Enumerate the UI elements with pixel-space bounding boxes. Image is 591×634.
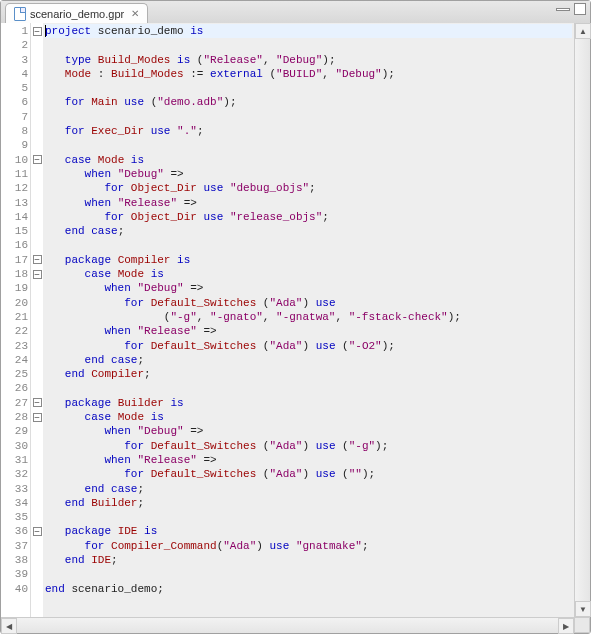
- minimize-icon[interactable]: [556, 8, 570, 11]
- code-line[interactable]: case Mode is: [45, 267, 572, 281]
- token-kw: is: [170, 397, 183, 409]
- code-line[interactable]: package Compiler is: [45, 253, 572, 267]
- code-line[interactable]: [45, 238, 572, 252]
- code-line[interactable]: type Build_Modes is ("Release", "Debug")…: [45, 53, 572, 67]
- token-plain: ,: [335, 311, 348, 323]
- code-line[interactable]: Mode : Build_Modes := external ("BUILD",…: [45, 67, 572, 81]
- code-line[interactable]: end scenario_demo;: [45, 582, 572, 596]
- token-plain: ;: [144, 368, 151, 380]
- code-line[interactable]: when "Release" =>: [45, 196, 572, 210]
- scroll-up-icon[interactable]: ▲: [575, 23, 591, 39]
- line-number: 28: [3, 410, 28, 424]
- code-line[interactable]: for Object_Dir use "debug_objs";: [45, 181, 572, 195]
- code-line[interactable]: [45, 567, 572, 581]
- fold-cell: [31, 95, 43, 109]
- code-line[interactable]: [45, 381, 572, 395]
- fold-toggle-icon[interactable]: −: [33, 398, 42, 407]
- fold-cell: [31, 324, 43, 338]
- code-line[interactable]: end Compiler;: [45, 367, 572, 381]
- tab-filename: scenario_demo.gpr: [30, 8, 124, 20]
- code-line[interactable]: end IDE;: [45, 553, 572, 567]
- token-str: "demo.adb": [157, 96, 223, 108]
- token-kw: is: [190, 25, 203, 37]
- token-plain: [45, 168, 85, 180]
- fold-toggle-icon[interactable]: −: [33, 527, 42, 536]
- fold-toggle-icon[interactable]: −: [33, 270, 42, 279]
- code-line[interactable]: [45, 138, 572, 152]
- token-kw: is: [144, 525, 157, 537]
- fold-cell: −: [31, 267, 43, 281]
- token-plain: [45, 454, 104, 466]
- code-line[interactable]: case Mode is: [45, 153, 572, 167]
- token-ident: Build_Modes: [98, 54, 171, 66]
- token-plain: ;: [309, 182, 316, 194]
- code-line[interactable]: [45, 38, 572, 52]
- scroll-left-icon[interactable]: ◀: [1, 618, 17, 634]
- code-line[interactable]: for Compiler_Command("Ada") use "gnatmak…: [45, 539, 572, 553]
- code-line[interactable]: [45, 81, 572, 95]
- close-icon[interactable]: ✕: [131, 8, 139, 19]
- token-kw: for: [124, 440, 144, 452]
- vertical-scroll-track[interactable]: [575, 39, 590, 601]
- line-number: 29: [3, 424, 28, 438]
- code-line[interactable]: when "Debug" =>: [45, 281, 572, 295]
- token-str: "Debug": [137, 282, 183, 294]
- code-line[interactable]: for Default_Switches ("Ada") use ("-g");: [45, 439, 572, 453]
- fold-toggle-icon[interactable]: −: [33, 27, 42, 36]
- token-kw: is: [177, 254, 190, 266]
- token-str: "Debug": [118, 168, 164, 180]
- code-line[interactable]: end case;: [45, 224, 572, 238]
- scroll-down-icon[interactable]: ▼: [575, 601, 591, 617]
- fold-cell: [31, 553, 43, 567]
- code-line[interactable]: ("-g", "-gnato", "-gnatwa", "-fstack-che…: [45, 310, 572, 324]
- fold-toggle-icon[interactable]: −: [33, 155, 42, 164]
- code-line[interactable]: when "Debug" =>: [45, 424, 572, 438]
- code-line[interactable]: package Builder is: [45, 396, 572, 410]
- maximize-icon[interactable]: [574, 3, 586, 15]
- code-area[interactable]: project scenario_demo is type Build_Mode…: [43, 23, 574, 617]
- vertical-scrollbar[interactable]: ▲ ▼: [574, 23, 590, 617]
- code-line[interactable]: when "Debug" =>: [45, 167, 572, 181]
- fold-toggle-icon[interactable]: −: [33, 255, 42, 264]
- token-plain: [144, 468, 151, 480]
- code-line[interactable]: for Exec_Dir use ".";: [45, 124, 572, 138]
- token-kw: use: [316, 468, 336, 480]
- code-line[interactable]: end case;: [45, 482, 572, 496]
- editor-window: scenario_demo.gpr ✕ 12345678910111213141…: [0, 0, 591, 634]
- code-line[interactable]: end case;: [45, 353, 572, 367]
- code-line[interactable]: for Default_Switches ("Ada") use: [45, 296, 572, 310]
- scroll-right-icon[interactable]: ▶: [558, 618, 574, 634]
- line-number: 11: [3, 167, 28, 181]
- token-kw: use: [316, 297, 336, 309]
- fold-cell: [31, 81, 43, 95]
- horizontal-scroll-track[interactable]: [17, 618, 558, 633]
- token-plain: );: [322, 54, 335, 66]
- code-line[interactable]: case Mode is: [45, 410, 572, 424]
- token-plain: [45, 68, 65, 80]
- token-kw: package: [65, 525, 111, 537]
- fold-cell: [31, 439, 43, 453]
- token-plain: );: [223, 96, 236, 108]
- code-line[interactable]: end Builder;: [45, 496, 572, 510]
- code-line[interactable]: [45, 110, 572, 124]
- code-line[interactable]: for Default_Switches ("Ada") use ("");: [45, 467, 572, 481]
- token-plain: [124, 182, 131, 194]
- line-number: 33: [3, 482, 28, 496]
- code-line[interactable]: package IDE is: [45, 524, 572, 538]
- code-line[interactable]: when "Release" =>: [45, 453, 572, 467]
- file-tab[interactable]: scenario_demo.gpr ✕: [5, 3, 148, 23]
- horizontal-scrollbar[interactable]: ◀ ▶: [1, 617, 574, 633]
- token-plain: [111, 525, 118, 537]
- code-line[interactable]: [45, 510, 572, 524]
- line-number: 34: [3, 496, 28, 510]
- token-ident: Default_Switches: [151, 468, 257, 480]
- fold-toggle-icon[interactable]: −: [33, 413, 42, 422]
- line-number: 25: [3, 367, 28, 381]
- code-line[interactable]: for Main use ("demo.adb");: [45, 95, 572, 109]
- code-line[interactable]: when "Release" =>: [45, 324, 572, 338]
- code-line[interactable]: for Object_Dir use "release_objs";: [45, 210, 572, 224]
- token-kw: end: [65, 554, 85, 566]
- token-ident: Default_Switches: [151, 297, 257, 309]
- code-line[interactable]: for Default_Switches ("Ada") use ("-O2")…: [45, 339, 572, 353]
- code-line[interactable]: project scenario_demo is: [45, 24, 572, 38]
